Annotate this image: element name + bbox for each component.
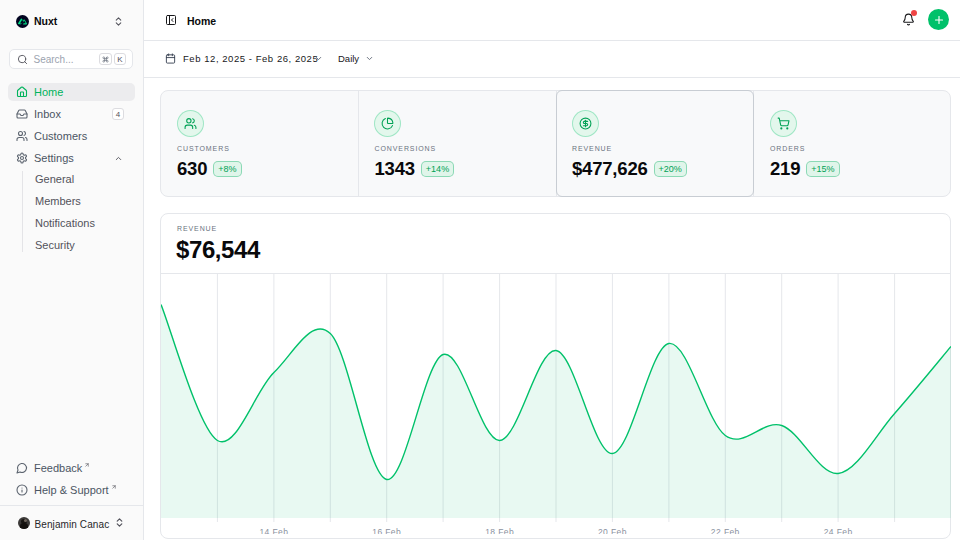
svg-text:22 Feb: 22 Feb — [710, 527, 739, 534]
svg-text:14 Feb: 14 Feb — [259, 527, 288, 534]
svg-text:18 Feb: 18 Feb — [485, 527, 514, 534]
svg-text:24 Feb: 24 Feb — [823, 527, 852, 534]
svg-text:20 Feb: 20 Feb — [597, 527, 626, 534]
svg-text:16 Feb: 16 Feb — [372, 527, 401, 534]
